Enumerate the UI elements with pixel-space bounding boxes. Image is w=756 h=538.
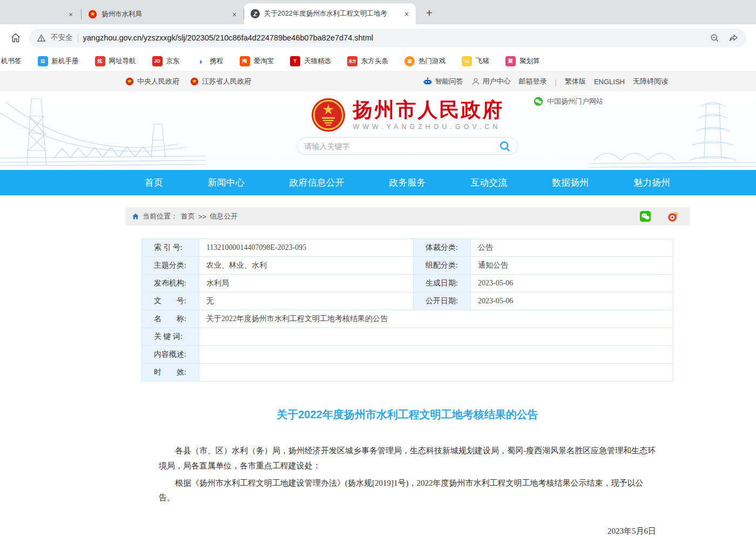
search-input[interactable] (305, 142, 499, 151)
home-icon[interactable] (10, 32, 22, 44)
meta-label: 时 效: (142, 364, 199, 382)
bookmark-label: 东方头条 (361, 57, 388, 66)
portal-label: 中国扬州门户网站 (547, 97, 603, 106)
document-meta-table: 索 引 号:11321000014407098E-2023-095体裁分类:公告… (141, 239, 673, 382)
main-nav: 首页 新闻中心 政府信息公开 政务服务 互动交流 数据扬州 魅力扬州 (0, 170, 756, 195)
tab-active-announcement[interactable]: Z 关于2022年度扬州市水利工程文明工地考 × (244, 3, 416, 24)
bookmark-item[interactable]: T天猫精选 (282, 56, 339, 66)
bookmark-icon: JD (152, 56, 163, 66)
link-label: 中央人民政府 (137, 77, 179, 86)
portal-link[interactable]: 中国扬州门户网站 (534, 97, 603, 106)
security-label[interactable]: 不安全 (51, 33, 73, 43)
nav-item-info-disclosure[interactable]: 政府信息公开 (289, 176, 345, 189)
bookmark-item[interactable]: 炫网址导航 (87, 56, 144, 66)
link-jiangsu-gov[interactable]: 江苏省人民政府 (190, 77, 251, 86)
nav-item-interaction[interactable]: 互动交流 (470, 176, 507, 189)
omnibox-divider (78, 33, 78, 43)
bookmark-label: 机书签 (1, 57, 22, 66)
wechat-share-icon[interactable] (639, 210, 651, 222)
nav-item-services[interactable]: 政务服务 (389, 176, 426, 189)
link-label: 江苏省人民政府 (202, 77, 251, 86)
breadcrumb-section-link[interactable]: 信息公开 (210, 212, 238, 221)
meta-table-row: 关 键 词: (142, 328, 673, 346)
link-user-center[interactable]: 用户中心 (471, 77, 511, 86)
breadcrumb-separator: >> (198, 213, 206, 221)
bookmark-item[interactable]: 淘爱淘宝 (232, 56, 282, 66)
link-central-gov[interactable]: 中央人民政府 (125, 77, 179, 86)
site-url: WWW.YANGZHOU.GOV.CN (353, 123, 504, 131)
gov-top-bar: 中央人民政府 江苏省人民政府 智能问答 用户中心 邮箱登录 | (0, 72, 756, 91)
bookmark-item[interactable]: ▦热门游戏 (396, 56, 454, 66)
meta-table-row: 文 号:无公开日期:2023-05-06 (142, 292, 673, 310)
meta-label: 内容概述: (142, 346, 199, 364)
link-label: 无障碍阅读 (633, 77, 668, 86)
link-mail-login[interactable]: 邮箱登录 (519, 77, 547, 86)
url-text[interactable]: yangzhou.gov.cn/yzszxxgk/slj/202305/210c… (83, 33, 705, 42)
bookmark-item[interactable]: ▤新机手册 (30, 56, 87, 66)
meta-table-row: 发布机构:水利局生成日期:2023-05-06 (142, 275, 673, 292)
article-paragraph: 根据《扬州市水利工程文明工地建设管理办法》(扬水规[2019]1号)，2022年… (159, 476, 656, 506)
zoom-out-icon[interactable] (710, 33, 720, 43)
breadcrumb: 当前位置： 首页 >> 信息公开 (125, 207, 690, 226)
bookmark-item[interactable]: 机书签 (0, 57, 30, 66)
meta-value (199, 328, 673, 346)
link-label: 用户中心 (483, 77, 511, 86)
meta-label: 主题分类: (142, 257, 199, 275)
user-icon (471, 77, 480, 86)
search-icon[interactable] (499, 140, 511, 152)
meta-value: 无 (199, 292, 414, 310)
tab-title: 关于2022年度扬州市水利工程文明工地考 (264, 9, 397, 18)
tab-partial[interactable]: × (0, 4, 81, 24)
warning-icon (37, 33, 46, 43)
gov-emblem-icon (88, 10, 97, 19)
bookmark-icon: ▤ (38, 56, 48, 66)
meta-label: 体裁分类: (414, 239, 471, 257)
link-english[interactable]: ENGLISH (594, 78, 625, 86)
bookmark-icon: ◗ (196, 56, 206, 66)
bookmarks-bar: 机书签▤新机手册炫网址导航JD京东◗携程淘爱淘宝T天猫精选东方东方头条▦热门游戏… (0, 51, 756, 72)
tab-close-icon[interactable]: × (230, 10, 239, 19)
bookmark-label: 新机手册 (52, 57, 79, 66)
bookmark-item[interactable]: ◗携程 (188, 56, 232, 66)
meta-value: 水利局 (199, 275, 414, 292)
address-bar[interactable]: 不安全 yangzhou.gov.cn/yzszxxgk/slj/202305/… (29, 29, 746, 47)
bookmark-item[interactable]: JD京东 (144, 56, 188, 66)
tab-close-icon[interactable]: × (66, 10, 76, 19)
home-icon (132, 213, 139, 220)
search-bar (297, 137, 518, 155)
breadcrumb-home-link[interactable]: 首页 (181, 212, 195, 221)
meta-table-row: 索 引 号:11321000014407098E-2023-095体裁分类:公告 (142, 239, 673, 257)
bookmark-label: 网址导航 (109, 57, 136, 66)
bookmark-label: 飞猪 (476, 57, 489, 66)
bookmark-label: 热门游戏 (418, 57, 446, 66)
link-label: 繁体版 (565, 77, 586, 86)
bookmark-icon: 聚 (505, 56, 516, 66)
bookmark-item[interactable]: 东方东方头条 (339, 56, 396, 66)
link-accessibility[interactable]: 无障碍阅读 (633, 77, 668, 86)
separator: | (555, 78, 557, 86)
bookmark-item[interactable]: ω飞猪 (454, 56, 497, 66)
nav-item-data[interactable]: 数据扬州 (552, 176, 589, 189)
weibo-share-icon[interactable] (667, 210, 679, 222)
meta-table-row: 内容概述: (142, 346, 673, 364)
article-title: 关于2022年度扬州市水利工程文明工地考核结果的公告 (125, 407, 690, 422)
nav-item-home[interactable]: 首页 (145, 176, 163, 189)
gov-emblem-icon (190, 77, 199, 86)
link-smart-qa[interactable]: 智能问答 (423, 77, 463, 86)
site-logo[interactable]: 扬州市人民政府 WWW.YANGZHOU.GOV.CN (311, 98, 504, 132)
meta-label: 组配分类: (414, 257, 471, 275)
tab-shuiliju[interactable]: 扬州市水利局 × (82, 4, 244, 24)
bookmark-item[interactable]: 聚聚划算 (497, 56, 548, 66)
article-date: 2023年5月6日 (159, 524, 656, 538)
meta-value: 2023-05-06 (471, 292, 673, 310)
tab-close-icon[interactable]: × (402, 9, 411, 19)
browser-tab-bar: × 扬州市水利局 × Z 关于2022年度扬州市水利工程文明工地考 × + (0, 0, 756, 24)
nav-item-charm[interactable]: 魅力扬州 (633, 176, 670, 189)
link-label: 邮箱登录 (519, 77, 547, 86)
meta-table-row: 名 称:关于2022年度扬州市水利工程文明工地考核结果的公告 (142, 310, 673, 328)
link-traditional[interactable]: 繁体版 (565, 77, 586, 86)
new-tab-button[interactable]: + (421, 5, 437, 21)
meta-label: 索 引 号: (142, 239, 199, 257)
share-icon[interactable] (728, 33, 739, 43)
nav-item-news[interactable]: 新闻中心 (208, 176, 245, 189)
